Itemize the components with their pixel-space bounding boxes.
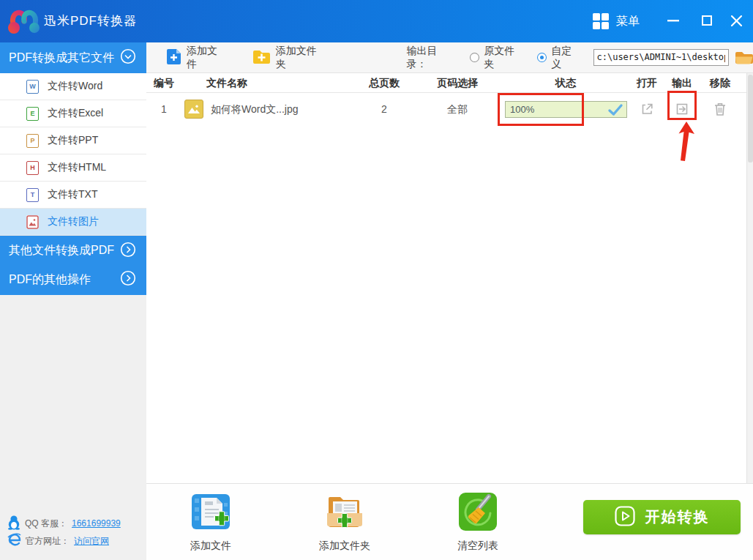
- clear-list-big-button[interactable]: 清空列表: [434, 491, 522, 553]
- chevron-right-circle-icon: [120, 242, 136, 261]
- export-arrow-icon: [675, 102, 689, 116]
- output-path-input[interactable]: [593, 49, 730, 66]
- trash-icon: [713, 102, 727, 116]
- close-button[interactable]: [724, 9, 748, 32]
- add-folder-icon: [253, 50, 270, 66]
- ie-browser-icon: [7, 533, 21, 549]
- browse-folder-button[interactable]: [735, 51, 753, 64]
- table-row: 1 如何将Word文...jpg 2 全部 100%: [146, 93, 746, 125]
- progress-bar: 100%: [505, 101, 627, 118]
- menu-label: 菜单: [616, 14, 640, 29]
- maximize-icon: [702, 15, 712, 26]
- qq-service-label: QQ 客服：: [25, 518, 67, 530]
- jpg-thumbnail-icon: [184, 100, 203, 119]
- add-file-big-icon: [190, 522, 231, 534]
- sidebar-item-image[interactable]: 文件转图片: [0, 209, 146, 236]
- add-file-icon: [167, 49, 181, 67]
- radio-original-folder[interactable]: 原文件夹: [470, 45, 524, 71]
- sidebar-item-word[interactable]: W 文件转Word: [0, 73, 146, 100]
- add-file-big-button[interactable]: 添加文件: [167, 491, 255, 553]
- row-filename: 如何将Word文...jpg: [211, 93, 299, 125]
- col-remove: 移除: [705, 73, 735, 93]
- row-page-range[interactable]: 全部: [435, 93, 479, 125]
- visit-site-link[interactable]: 访问官网: [74, 535, 109, 548]
- col-pages: 总页数: [362, 73, 406, 93]
- start-convert-label: 开始转换: [645, 507, 710, 527]
- row-number: 1: [146, 93, 181, 125]
- check-done-icon: [607, 103, 623, 119]
- sidebar: PDF转换成其它文件 W 文件转Word E 文件转Excel P 文件转PPT…: [0, 42, 146, 560]
- output-dir-label: 输出目录：: [406, 45, 457, 71]
- app-window: 迅米PDF转换器 菜单 PDF转换成其它文件 W 文件转Word: [0, 0, 753, 560]
- add-folder-big-icon: [324, 522, 365, 534]
- col-output: 输出: [667, 73, 697, 93]
- col-page-range: 页码选择: [435, 73, 479, 93]
- progress-percent: 100%: [510, 102, 534, 117]
- open-file-button[interactable]: [632, 102, 662, 116]
- vertical-scrollbar[interactable]: [746, 73, 753, 483]
- row-pages: 2: [362, 93, 406, 125]
- menu-button[interactable]: 菜单: [593, 10, 640, 32]
- grid-menu-icon: [593, 13, 609, 29]
- chevron-right-circle-icon: [120, 270, 136, 289]
- radio-custom-folder[interactable]: 自定义: [537, 45, 581, 71]
- sidebar-item-html[interactable]: H 文件转HTML: [0, 154, 146, 182]
- table-header: 编号 文件名称 总页数 页码选择 状态 打开 输出 移除: [146, 73, 746, 93]
- excel-file-icon: E: [26, 107, 39, 121]
- open-output-button[interactable]: [667, 102, 697, 116]
- sidebar-section-pdf-ops[interactable]: PDF的其他操作: [0, 264, 146, 295]
- txt-file-icon: T: [26, 188, 39, 202]
- clear-list-big-icon: [457, 522, 498, 534]
- qq-number-link[interactable]: 1661699939: [72, 518, 121, 529]
- maximize-button[interactable]: [695, 9, 719, 32]
- play-icon: [615, 506, 635, 529]
- image-file-icon: [26, 215, 39, 229]
- sidebar-section-other-to-pdf[interactable]: 其他文件转换成PDF: [0, 236, 146, 266]
- sidebar-section-pdf-to-other[interactable]: PDF转换成其它文件: [0, 42, 146, 73]
- radio-unselected-icon[interactable]: [470, 53, 479, 62]
- support-info: QQ 客服： 1661699939 官方网址： 访问官网: [7, 515, 146, 550]
- col-status: 状态: [542, 73, 590, 93]
- col-open: 打开: [632, 73, 662, 93]
- sidebar-item-excel[interactable]: E 文件转Excel: [0, 100, 146, 127]
- official-site-label: 官方网址：: [26, 535, 70, 548]
- minimize-icon: [667, 20, 679, 22]
- close-icon: [731, 15, 742, 26]
- add-folder-button[interactable]: 添加文件夹: [253, 45, 326, 71]
- sidebar-item-ppt[interactable]: P 文件转PPT: [0, 127, 146, 154]
- bottom-action-bar: 添加文件 添加文件夹: [146, 483, 753, 560]
- start-convert-button[interactable]: 开始转换: [583, 500, 741, 534]
- minimize-button[interactable]: [662, 9, 685, 32]
- folder-icon: [735, 51, 753, 64]
- qq-icon: [7, 515, 20, 532]
- sidebar-items: W 文件转Word E 文件转Excel P 文件转PPT H 文件转HTML …: [0, 73, 146, 236]
- app-title: 迅米PDF转换器: [44, 0, 137, 42]
- scrollbar-thumb[interactable]: [748, 75, 753, 163]
- add-folder-big-button[interactable]: 添加文件夹: [301, 491, 389, 553]
- external-link-icon: [640, 102, 654, 116]
- app-logo-icon: [7, 6, 41, 40]
- add-file-button[interactable]: 添加文件: [167, 45, 227, 71]
- html-file-icon: H: [26, 161, 39, 175]
- annotation-arrow-up: [670, 122, 697, 165]
- chevron-down-circle-icon: [120, 48, 136, 67]
- sidebar-item-txt[interactable]: T 文件转TXT: [0, 182, 146, 209]
- toolbar: 添加文件 添加文件夹 输出目录： 原文件夹 自定义: [146, 42, 753, 73]
- col-filename: 文件名称: [190, 73, 263, 93]
- word-file-icon: W: [26, 80, 39, 94]
- ppt-file-icon: P: [26, 134, 39, 148]
- remove-file-button[interactable]: [705, 102, 735, 116]
- col-number: 编号: [146, 73, 181, 93]
- main-panel: 添加文件 添加文件夹 输出目录： 原文件夹 自定义: [146, 42, 753, 560]
- titlebar: 迅米PDF转换器 菜单: [0, 0, 753, 42]
- radio-selected-icon[interactable]: [537, 53, 547, 62]
